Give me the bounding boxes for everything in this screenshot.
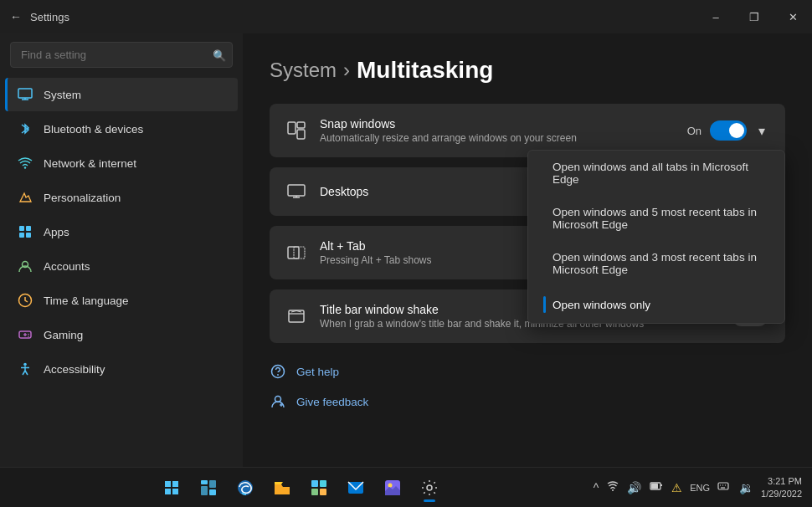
dropdown-option-1: Open windows and 5 most recent tabs in M…: [552, 206, 769, 231]
sidebar-label-apps: Apps: [44, 226, 69, 238]
snap-toggle-knob: [729, 123, 744, 138]
sidebar-item-bluetooth[interactable]: Bluetooth & devices: [5, 112, 238, 146]
taskbar-store[interactable]: [302, 471, 336, 504]
bottom-links: Get help Give feedback: [270, 356, 785, 417]
window-controls: – ❐ ✕: [696, 0, 812, 33]
sidebar-item-accounts[interactable]: Accounts: [5, 249, 238, 283]
snap-chevron-button[interactable]: ▾: [755, 120, 768, 142]
system-tray: ^ 🔊 ⚠: [591, 479, 686, 496]
sidebar-label-gaming: Gaming: [44, 329, 83, 341]
get-help-label: Get help: [296, 366, 339, 378]
svg-rect-56: [718, 483, 728, 489]
svg-line-19: [25, 371, 28, 375]
tray-network[interactable]: [604, 479, 621, 496]
sidebar-item-system[interactable]: System: [5, 78, 238, 111]
get-help-link[interactable]: Get help: [270, 356, 785, 387]
taskbar-settings[interactable]: [413, 471, 446, 504]
breadcrumb-parent[interactable]: System: [270, 59, 337, 82]
dropdown-item-1[interactable]: Open windows and 5 most recent tabs in M…: [528, 196, 784, 241]
tray-keyboard[interactable]: [715, 479, 732, 496]
sidebar-item-gaming[interactable]: Gaming: [5, 318, 238, 351]
give-feedback-label: Give feedback: [296, 396, 368, 408]
taskbar-start-button[interactable]: [155, 471, 188, 504]
snap-windows-control: On ▾: [687, 120, 768, 142]
sidebar-label-personalization: Personalization: [44, 192, 121, 204]
breadcrumb: System › Multitasking: [270, 57, 785, 84]
svg-rect-36: [172, 481, 178, 487]
taskbar: ^ 🔊 ⚠ ENG 🔉 3:21 PM 1/29/2022: [0, 467, 812, 507]
alt-tab-icon: [286, 243, 306, 263]
tray-battery[interactable]: [647, 479, 666, 496]
svg-rect-38: [172, 489, 178, 494]
accounts-icon: [17, 258, 33, 274]
svg-point-3: [24, 166, 26, 168]
taskbar-center: [10, 471, 591, 504]
tray-chevron[interactable]: ^: [591, 479, 602, 496]
sidebar-label-accounts: Accounts: [44, 260, 90, 273]
tray-lang[interactable]: ENG: [690, 483, 710, 493]
svg-rect-21: [297, 122, 305, 128]
tray-speaker[interactable]: 🔉: [737, 479, 756, 496]
sidebar-item-apps[interactable]: Apps: [5, 215, 238, 248]
taskbar-explorer[interactable]: [265, 471, 299, 504]
give-feedback-link[interactable]: Give feedback: [270, 387, 785, 417]
time-display: 3:21 PM: [761, 475, 802, 487]
tray-warning[interactable]: ⚠: [669, 479, 685, 496]
svg-point-50: [388, 483, 392, 487]
taskbar-edge[interactable]: [229, 471, 262, 504]
dropdown-option-2: Open windows and 3 most recent tabs in M…: [552, 251, 769, 276]
minimize-button[interactable]: –: [696, 0, 735, 33]
svg-point-51: [427, 485, 432, 490]
taskbar-photos[interactable]: [376, 471, 409, 504]
snap-dropdown: Open windows and all tabs in Microsoft E…: [527, 150, 785, 324]
taskbar-widgets[interactable]: [192, 471, 225, 504]
app-layout: 🔍 System Bluetooth & devices Network & i…: [0, 33, 812, 467]
breadcrumb-separator: ›: [343, 59, 350, 82]
feedback-icon: [270, 393, 286, 410]
svg-rect-4: [19, 226, 24, 231]
svg-line-18: [23, 371, 25, 375]
sidebar-label-network: Network & internet: [44, 157, 136, 170]
svg-rect-7: [26, 233, 31, 238]
gaming-icon: [17, 326, 33, 343]
dropdown-item-2[interactable]: Open windows and 3 most recent tabs in M…: [528, 241, 784, 286]
sidebar-item-network[interactable]: Network & internet: [5, 146, 238, 180]
svg-point-13: [28, 334, 29, 335]
title-bar: ← Settings – ❐ ✕: [0, 0, 812, 33]
svg-rect-39: [201, 480, 208, 484]
svg-rect-44: [311, 480, 318, 487]
accessibility-icon: [17, 361, 33, 377]
desktops-icon: [286, 182, 306, 202]
svg-rect-5: [26, 226, 31, 231]
tray-sound[interactable]: 🔊: [624, 479, 644, 496]
svg-rect-28: [289, 310, 304, 322]
close-button[interactable]: ✕: [773, 0, 812, 33]
sidebar: 🔍 System Bluetooth & devices Network & i…: [0, 33, 243, 467]
svg-rect-47: [320, 489, 326, 495]
svg-rect-46: [311, 489, 318, 495]
svg-rect-6: [19, 233, 24, 238]
back-icon[interactable]: ←: [10, 10, 22, 23]
sidebar-item-personalization[interactable]: Personalization: [5, 181, 238, 214]
maximize-button[interactable]: ❐: [735, 0, 773, 33]
taskbar-right: ^ 🔊 ⚠ ENG 🔉 3:21 PM 1/29/2022: [591, 475, 802, 499]
snap-toggle-label: On: [687, 125, 702, 137]
snap-windows-card: Snap windows Automatically resize and ar…: [270, 104, 785, 157]
taskbar-mail[interactable]: [339, 471, 373, 504]
svg-point-14: [28, 335, 29, 337]
search-input[interactable]: [10, 42, 233, 68]
dropdown-item-3[interactable]: Open windows only: [528, 286, 784, 323]
system-icon: [17, 86, 33, 103]
snap-icon: [286, 120, 306, 141]
svg-rect-54: [651, 484, 658, 489]
snap-toggle[interactable]: [710, 120, 747, 141]
sidebar-item-time[interactable]: Time & language: [5, 284, 238, 317]
sidebar-label-time: Time & language: [44, 294, 129, 307]
sidebar-item-accessibility[interactable]: Accessibility: [5, 352, 238, 386]
dropdown-option-0: Open windows and all tabs in Microsoft E…: [552, 161, 769, 186]
svg-point-52: [612, 489, 614, 491]
clock[interactable]: 3:21 PM 1/29/2022: [761, 475, 802, 499]
sidebar-label-accessibility: Accessibility: [44, 363, 105, 376]
page-title: Multitasking: [357, 57, 493, 84]
dropdown-item-0[interactable]: Open windows and all tabs in Microsoft E…: [528, 151, 784, 196]
